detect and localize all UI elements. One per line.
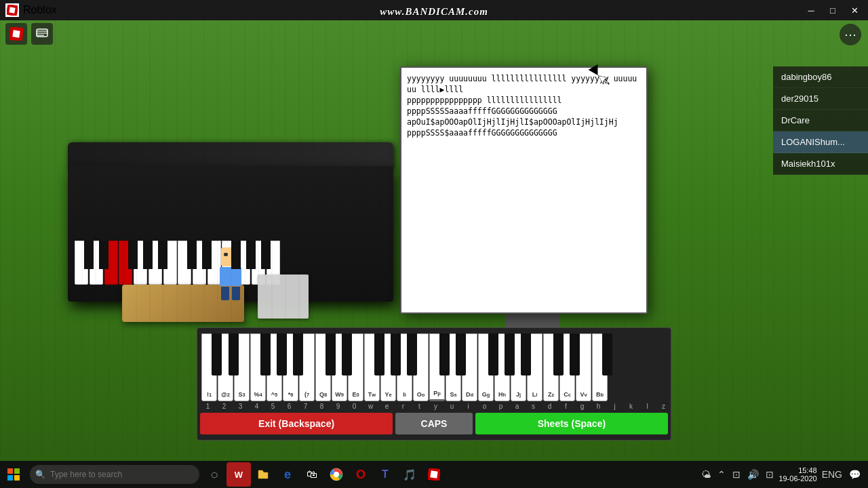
label: o <box>477 403 492 410</box>
black-key[interactable] <box>439 333 450 375</box>
start-button[interactable] <box>0 461 27 488</box>
svg-rect-1 <box>9 7 15 13</box>
label: 9 <box>330 403 346 410</box>
label: 6 <box>281 403 297 410</box>
label: d <box>542 403 557 410</box>
scene-black-key <box>99 241 108 269</box>
black-key[interactable] <box>521 333 531 375</box>
taskbar-app-store[interactable]: 🛍 <box>300 462 324 487</box>
player-item-highlighted[interactable]: LOGANIShum... <box>773 131 868 153</box>
cortana-button[interactable]: ○ <box>202 462 226 487</box>
label: h <box>591 403 606 410</box>
scene-black-key <box>246 241 256 269</box>
black-key[interactable] <box>229 333 239 375</box>
black-key[interactable] <box>326 333 336 375</box>
clock-time: 15:48 <box>778 466 816 474</box>
label: p <box>493 403 509 410</box>
caps-button[interactable]: CAPS <box>395 413 473 434</box>
player-item[interactable]: Maisiekh101x <box>773 153 868 175</box>
black-key[interactable] <box>570 333 580 375</box>
scene-black-key <box>128 241 138 269</box>
player-item[interactable]: dabingboy86 <box>773 66 868 88</box>
player-item[interactable]: DrCare <box>773 110 868 131</box>
black-key[interactable] <box>277 333 287 375</box>
top-toolbar <box>0 20 81 47</box>
top-right-toolbar: ⋯ <box>840 24 861 45</box>
taskbar-app-music[interactable]: 🎵 <box>397 462 422 487</box>
black-key[interactable] <box>374 333 384 375</box>
label: 5 <box>265 403 281 410</box>
label: w <box>363 403 378 410</box>
svg-rect-11 <box>14 468 20 474</box>
black-key[interactable] <box>456 333 466 375</box>
taskbar-app-w[interactable]: W <box>226 462 251 487</box>
black-key[interactable] <box>342 333 352 375</box>
label: l <box>639 403 655 410</box>
taskbar-app-opera[interactable]: O <box>349 462 373 487</box>
piano-lid <box>68 142 393 169</box>
black-key[interactable] <box>407 333 417 375</box>
scene-black-key <box>84 241 94 269</box>
black-key[interactable] <box>391 333 401 375</box>
close-button[interactable]: ✕ <box>845 1 864 20</box>
title-bar: Roblox www.BANDICAM.com ─ □ ✕ <box>0 0 868 20</box>
black-key[interactable] <box>212 333 222 375</box>
notifications-icon[interactable]: 💬 <box>847 469 863 480</box>
clock-date: 19-06-2020 <box>778 474 816 483</box>
windows-taskbar: 🔍 ○ W e 🛍 O T 🎵 🌤 ⌃ ⊡ 🔊 ⊡ <box>0 461 868 488</box>
player-item[interactable]: der29015 <box>773 88 868 110</box>
chat-icon[interactable] <box>31 23 53 45</box>
label: 0 <box>347 403 362 410</box>
taskbar-app-roblox[interactable] <box>422 462 446 487</box>
label: 4 <box>249 403 264 410</box>
taskbar-app-teams[interactable]: T <box>373 462 397 487</box>
system-clock[interactable]: 15:48 19-06-2020 <box>778 466 816 483</box>
piano-body <box>68 166 393 302</box>
label: 3 <box>233 403 248 410</box>
title-bar-left: Roblox <box>0 3 57 17</box>
scene-black-key <box>261 241 271 269</box>
black-key[interactable] <box>293 333 303 375</box>
taskbar-app-files[interactable] <box>251 462 275 487</box>
taskbar-app-chrome[interactable] <box>324 462 349 487</box>
battery-icon[interactable]: ⊡ <box>764 469 776 480</box>
svg-rect-12 <box>7 475 13 481</box>
label: j <box>607 403 623 410</box>
volume-icon[interactable]: 🔊 <box>745 469 761 480</box>
black-key[interactable] <box>602 333 612 375</box>
svg-rect-3 <box>12 30 20 37</box>
label: k <box>623 403 639 410</box>
label: u <box>444 403 460 410</box>
search-wrapper: 🔍 <box>30 465 199 484</box>
svg-rect-10 <box>7 468 13 474</box>
roblox-logo-button[interactable] <box>5 23 27 45</box>
piano-bench <box>122 285 244 322</box>
taskbar-app-edge[interactable]: e <box>275 462 300 487</box>
taskbar-search-input[interactable] <box>30 465 199 484</box>
lang-indicator[interactable]: ENG <box>820 469 844 480</box>
black-key[interactable] <box>553 333 564 375</box>
scene-piano <box>14 75 407 346</box>
label: f <box>558 403 574 410</box>
sheet-music-panel: yyyyyyyy uuuuuuuu llllllllllllllll yyyyy… <box>400 66 648 314</box>
exit-backspace-button[interactable]: Exit (Backspace) <box>200 413 393 434</box>
label: 7 <box>298 403 313 410</box>
player-character <box>214 247 248 302</box>
expand-icon[interactable]: ⌃ <box>715 469 728 480</box>
scene-box <box>258 274 309 319</box>
svg-rect-17 <box>430 470 437 478</box>
minimize-button[interactable]: ─ <box>802 1 821 20</box>
black-key[interactable] <box>505 333 515 375</box>
black-key[interactable] <box>488 333 498 375</box>
scene-black-key <box>143 241 153 269</box>
label: i <box>460 403 476 410</box>
black-key[interactable] <box>260 333 271 375</box>
more-options-button[interactable]: ⋯ <box>840 24 861 45</box>
network-icon[interactable]: ⊡ <box>730 469 743 480</box>
game-background: yyyyyyyy uuuuuuuu llllllllllllllll yyyyy… <box>0 20 868 468</box>
maximize-button[interactable]: □ <box>823 1 842 20</box>
keyboard-keys-container: !1 @2 S3 %4 ^5 *6 (7 Q8 W9 E0 Tw <box>197 328 671 403</box>
sheets-space-button[interactable]: Sheets (Space) <box>475 413 668 434</box>
weather-icon[interactable]: 🌤 <box>699 469 713 480</box>
label: z <box>656 403 671 410</box>
